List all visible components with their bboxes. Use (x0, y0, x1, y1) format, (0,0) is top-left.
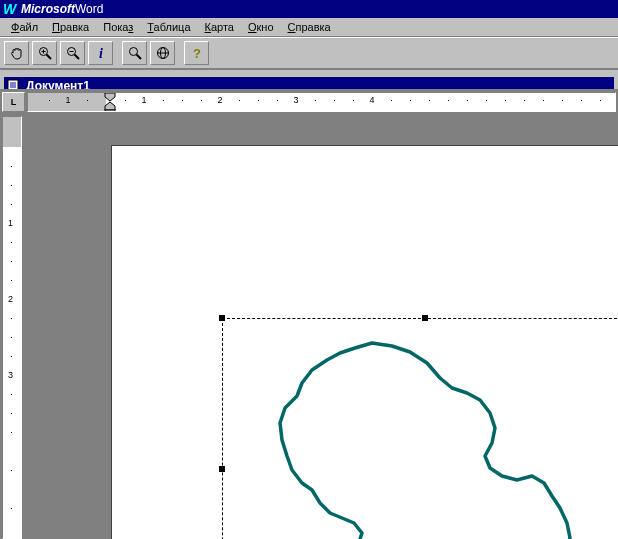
svg-marker-19 (105, 102, 115, 110)
selection-border (222, 318, 618, 539)
menu-window[interactable]: Окно (241, 20, 281, 34)
ruler-tick (11, 356, 12, 357)
horizontal-ruler-track[interactable]: 1 1 2 3 4 (27, 92, 616, 112)
ruler-tick (49, 100, 50, 101)
separator (0, 69, 618, 73)
workspace: L 1 1 2 3 4 (0, 89, 618, 539)
ruler-tick (11, 337, 12, 338)
svg-text:i: i (99, 46, 103, 61)
app-logo-icon: W (2, 2, 17, 17)
ruler-tick (87, 100, 88, 101)
svg-marker-18 (105, 93, 115, 101)
app-title-bold: Microsoft (21, 2, 75, 16)
ruler-tick (429, 100, 430, 101)
info-icon: i (93, 45, 109, 61)
app-window: W Microsoft Word Файл Правка Показ Табли… (0, 0, 618, 539)
menu-table[interactable]: Таблица (140, 20, 197, 34)
vertical-ruler[interactable]: 1 2 3 (2, 116, 22, 539)
svg-point-8 (129, 48, 137, 56)
ruler-tick (11, 185, 12, 186)
ruler-tick: 2 (8, 294, 13, 304)
globe-icon (155, 45, 171, 61)
ruler-tick (486, 100, 487, 101)
menu-map[interactable]: Карта (198, 20, 241, 34)
globe-button[interactable] (150, 41, 175, 65)
ruler-tick (11, 280, 12, 281)
ruler-tick (277, 100, 278, 101)
ruler-tick (334, 100, 335, 101)
ruler-tick (11, 413, 12, 414)
ruler-tick: 2 (217, 95, 222, 105)
help-icon: ? (189, 45, 205, 61)
ruler-tick (581, 100, 582, 101)
hand-icon (9, 45, 25, 61)
zoom-in-button[interactable] (32, 41, 57, 65)
resize-handle[interactable] (422, 315, 428, 321)
ruler-tick (315, 100, 316, 101)
ruler-tick: 1 (8, 218, 13, 228)
menu-help[interactable]: Справка (281, 20, 338, 34)
ruler-tick (410, 100, 411, 101)
ruler-tick (258, 100, 259, 101)
ruler-tick (11, 470, 12, 471)
menu-edit[interactable]: Правка (45, 20, 96, 34)
ruler-tick (239, 100, 240, 101)
search-icon (127, 45, 143, 61)
zoom-out-button[interactable] (60, 41, 85, 65)
ruler-tick (163, 100, 164, 101)
toolbar-separator (116, 42, 119, 64)
ruler-margin-shade (3, 117, 21, 147)
horizontal-ruler[interactable]: L 1 1 2 3 4 (0, 90, 618, 114)
ruler-tick: 3 (8, 370, 13, 380)
svg-line-9 (136, 55, 141, 60)
hand-tool-button[interactable] (4, 41, 29, 65)
resize-handle[interactable] (219, 315, 225, 321)
ruler-tick (201, 100, 202, 101)
ruler-tick (600, 100, 601, 101)
ruler-tick (505, 100, 506, 101)
ruler-tick (543, 100, 544, 101)
title-bar: W Microsoft Word (0, 0, 618, 18)
resize-handle[interactable] (219, 466, 225, 472)
ruler-tick: 3 (293, 95, 298, 105)
ruler-tick (125, 100, 126, 101)
ruler-tick (11, 166, 12, 167)
ruler-tick (391, 100, 392, 101)
help-button[interactable]: ? (184, 41, 209, 65)
ruler-tick (11, 394, 12, 395)
ruler-tick (353, 100, 354, 101)
ruler-tick (562, 100, 563, 101)
menu-file[interactable]: Файл (4, 20, 45, 34)
ruler-tick (467, 100, 468, 101)
toolbar-separator (178, 42, 181, 64)
svg-line-1 (46, 55, 51, 60)
ruler-tick (182, 100, 183, 101)
info-button[interactable]: i (88, 41, 113, 65)
ruler-tick (11, 432, 12, 433)
menu-view[interactable]: Показ (96, 20, 140, 34)
toolbar: i ? (0, 37, 618, 69)
indent-marker-icon[interactable] (104, 92, 116, 112)
ruler-tick: 1 (65, 95, 70, 105)
ruler-tick: 4 (369, 95, 374, 105)
map-object[interactable] (222, 318, 618, 539)
tab-align-button[interactable]: L (2, 92, 25, 112)
svg-line-5 (74, 55, 79, 60)
svg-text:?: ? (193, 46, 201, 61)
zoom-out-icon (65, 45, 81, 61)
ruler-tick (524, 100, 525, 101)
svg-rect-20 (105, 110, 115, 112)
app-title-rest: Word (75, 2, 103, 16)
search-button[interactable] (122, 41, 147, 65)
ruler-tick (11, 261, 12, 262)
ruler-tick (448, 100, 449, 101)
ruler-tick (11, 242, 12, 243)
ruler-tick (11, 204, 12, 205)
menu-bar: Файл Правка Показ Таблица Карта Окно Спр… (0, 18, 618, 37)
zoom-in-icon (37, 45, 53, 61)
ruler-tick (11, 508, 12, 509)
ruler-tick (11, 318, 12, 319)
ruler-tick: 1 (141, 95, 146, 105)
